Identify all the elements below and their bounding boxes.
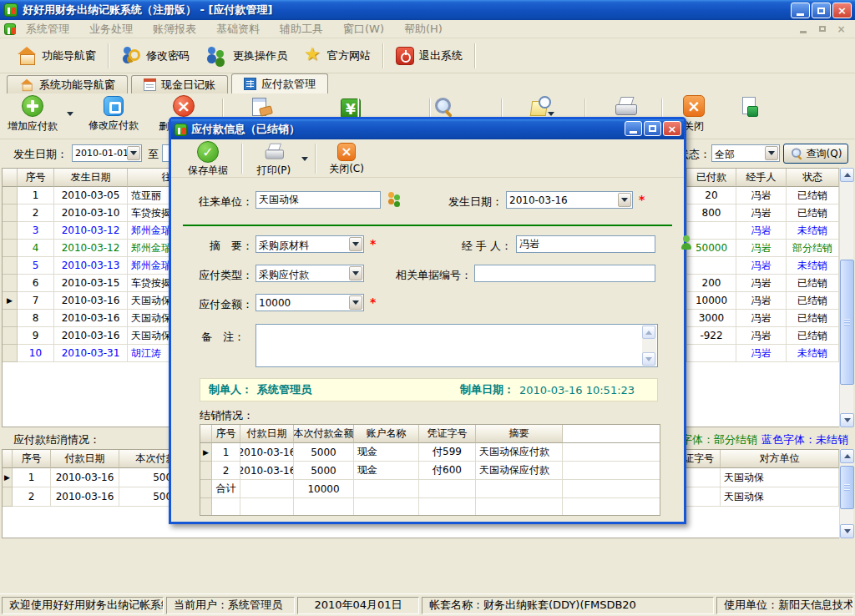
table-row[interactable]	[200, 498, 660, 516]
header-voucher[interactable]: 凭证字号	[419, 425, 476, 443]
change-password-button[interactable]: 修改密码	[113, 43, 198, 68]
table-row[interactable]: 合计 10000	[200, 480, 660, 498]
header-date[interactable]: 发生日期	[54, 169, 128, 187]
date-range-to-label: 至	[148, 147, 159, 162]
cell-handler: 冯岩	[736, 275, 787, 292]
occur-date-combo[interactable]: 2010-03-16	[506, 191, 633, 209]
row-selector: ▶	[3, 292, 18, 310]
header-seq[interactable]: 序号	[212, 425, 240, 443]
document-hand-icon[interactable]	[250, 96, 272, 118]
header-date[interactable]: 付款日期	[51, 450, 119, 468]
child-minimize-button[interactable]	[794, 22, 812, 36]
header-date[interactable]: 付款日期	[240, 425, 294, 443]
combo-dropdown-button[interactable]	[349, 237, 362, 251]
scroll-down-button[interactable]	[840, 524, 854, 538]
settlement-scrollbar[interactable]	[839, 449, 853, 538]
cell-status: 已结销	[787, 327, 839, 345]
edit-payable-button[interactable]: 修改应付款	[80, 95, 147, 137]
nav-window-button[interactable]: 功能导航窗	[8, 43, 104, 68]
table-row[interactable]: 2 2010-03-16 5000 现金 付600 天国动保应付款	[200, 462, 660, 480]
child-close-button[interactable]: ×	[832, 22, 850, 36]
calendar-icon	[144, 78, 156, 91]
combo-dropdown-button[interactable]	[349, 295, 362, 310]
header-seq[interactable]: 序号	[18, 169, 54, 187]
unit-field-input[interactable]	[255, 191, 381, 209]
menu-item[interactable]: 帮助(H)	[394, 20, 453, 38]
menu-item[interactable]: 基础资料	[206, 20, 270, 38]
switch-operator-button[interactable]: 更换操作员	[198, 43, 296, 68]
table-row[interactable]: ▶ 1 2010-03-16 5000 现金 付599 天国动保应付款	[200, 443, 660, 462]
row-selector	[3, 222, 18, 240]
dialog-close-action-button[interactable]: 关闭(C)	[323, 141, 370, 176]
textarea-scrollbar[interactable]	[642, 326, 656, 366]
cell-paid	[687, 257, 736, 275]
cell-filler	[563, 443, 660, 462]
header-seq[interactable]: 序号	[13, 450, 51, 468]
window-minimize-button[interactable]	[791, 3, 810, 18]
dialog-restore-button[interactable]	[644, 121, 661, 136]
add-payable-button[interactable]: 增加应付款	[2, 95, 63, 137]
scroll-thumb[interactable]	[840, 260, 854, 385]
window-titlebar: 好好用财务出纳记账系统（注册版） - [应付款管理] ×	[0, 0, 855, 20]
header-memo[interactable]: 摘要	[476, 425, 563, 443]
tab-cash-journal[interactable]: 现金日记账	[131, 75, 228, 93]
header-account[interactable]: 账户名称	[354, 425, 419, 443]
scroll-thumb[interactable]	[840, 466, 854, 509]
print-dropdown-caret[interactable]	[301, 152, 308, 164]
handler-picker-icon[interactable]	[680, 235, 692, 250]
official-website-button[interactable]: 官方网站	[296, 43, 379, 68]
child-restore-button[interactable]	[813, 22, 831, 36]
header-amount[interactable]: 本次付款金额	[294, 425, 354, 443]
printer-icon[interactable]	[614, 96, 637, 118]
menu-item[interactable]: 辅助工具	[270, 20, 333, 38]
payable-type-combo[interactable]: 采购应付款	[255, 265, 364, 282]
payable-amount-combo[interactable]: 10000	[255, 294, 364, 311]
query-button[interactable]: 查询(Q)	[783, 144, 848, 164]
header-handler[interactable]: 经手人	[736, 169, 787, 187]
excel-export-icon[interactable]	[739, 96, 759, 118]
scroll-up-button[interactable]	[840, 168, 854, 182]
scroll-up-button[interactable]	[642, 326, 655, 339]
header-counterparty[interactable]: 对方单位	[721, 450, 839, 468]
header-status[interactable]: 状态	[787, 169, 839, 187]
window-close-button[interactable]: ×	[832, 3, 852, 18]
table-scrollbar[interactable]	[839, 168, 853, 427]
menu-item[interactable]: 窗口(W)	[333, 20, 394, 38]
row-selector	[3, 257, 18, 275]
scroll-down-button[interactable]	[840, 413, 854, 427]
window-restore-button[interactable]	[812, 3, 831, 18]
save-voucher-button[interactable]: 保存单据	[181, 141, 235, 178]
menu-item[interactable]: 业务处理	[79, 20, 143, 38]
print-button[interactable]: 打印(P)	[250, 141, 298, 178]
unit-picker-icon[interactable]	[387, 192, 402, 207]
combo-dropdown-button[interactable]	[349, 266, 362, 280]
dialog-minimize-button[interactable]	[625, 121, 642, 136]
add-dropdown-caret[interactable]	[67, 107, 73, 119]
tab-system-nav[interactable]: 系统功能导航窗	[7, 75, 128, 93]
cell-status: 未结销	[787, 257, 839, 275]
combo-dropdown-button[interactable]	[765, 146, 778, 160]
tab-payables-management[interactable]: 应付款管理	[231, 73, 328, 93]
exit-system-button[interactable]: 退出系统	[387, 43, 471, 68]
dialog-close-button[interactable]: ×	[663, 121, 681, 136]
combo-dropdown-button[interactable]	[618, 193, 631, 207]
legend-unsettled: 蓝色字体：未结销	[761, 432, 848, 447]
handler-field-input[interactable]	[516, 235, 655, 253]
status-filter-combo[interactable]: 全部	[711, 144, 780, 162]
key-user-icon	[121, 47, 141, 65]
maker-date-label: 制单日期：	[460, 382, 514, 397]
scroll-up-button[interactable]	[840, 449, 854, 463]
combo-dropdown-button[interactable]	[127, 146, 140, 160]
ref-number-input[interactable]	[474, 265, 655, 282]
cell-amount: 5000	[294, 443, 354, 462]
magnifier-icon[interactable]	[433, 96, 454, 118]
scroll-down-button[interactable]	[642, 352, 655, 366]
settle-detail-table: 序号 付款日期 本次付款金额 账户名称 凭证字号 摘要 ▶ 1 2010-03-…	[200, 424, 660, 516]
menu-item[interactable]: 系统管理	[16, 20, 79, 38]
date-from-combo[interactable]: 2010-01-01	[72, 144, 142, 162]
menu-item[interactable]: 账簿报表	[143, 20, 206, 38]
note-textarea[interactable]	[255, 324, 658, 367]
header-paid[interactable]: 已付款	[687, 169, 736, 187]
status-company: 使用单位：新阳天信息技术有限公司	[716, 597, 853, 614]
summary-combo[interactable]: 采购原材料	[255, 235, 364, 253]
